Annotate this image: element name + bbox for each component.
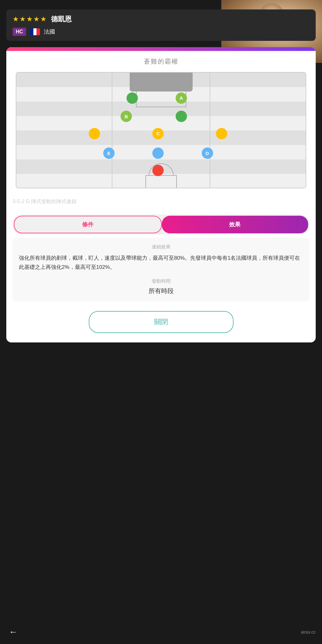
country-name: 法國 bbox=[44, 28, 55, 36]
tab-effects[interactable]: 效果 bbox=[162, 216, 308, 233]
formation-diagram: A B C E D bbox=[16, 72, 306, 188]
modal-header-gradient bbox=[6, 47, 316, 51]
bottom-spacer bbox=[0, 342, 322, 412]
player-dot-green1 bbox=[127, 92, 138, 104]
tab-conditions[interactable]: 條件 bbox=[14, 216, 162, 233]
goal-area bbox=[145, 175, 177, 188]
trigger-section-title: 發動時間 bbox=[19, 278, 303, 284]
player-dot-blue-center bbox=[152, 147, 164, 159]
coach-card: ★★★★★ 德凱恩 HC 法國 bbox=[6, 9, 316, 41]
france-flag-icon bbox=[30, 28, 40, 35]
coach-name-row: ★★★★★ 德凱恩 bbox=[13, 14, 309, 24]
modal-title-section: 蒼雞的霸權 bbox=[6, 51, 316, 72]
effect-text: 強化所有球員的剷球，截球，盯人，速度以及帶球能力，最高可至80%。先發球員中每有… bbox=[19, 254, 303, 272]
player-dot-A: A bbox=[176, 92, 187, 104]
hc-badge: HC bbox=[13, 28, 26, 36]
player-dot-E: E bbox=[103, 147, 115, 159]
player-dot-green2 bbox=[176, 111, 187, 122]
player-dot-D: D bbox=[202, 147, 213, 159]
bottom-bar: ← airav.cc bbox=[0, 620, 322, 644]
effect-section-title: 連鎖效果 bbox=[19, 244, 303, 250]
close-button[interactable]: 關閉 bbox=[89, 311, 234, 333]
coach-info-row: HC 法國 bbox=[13, 28, 309, 36]
close-button-area: 關閉 bbox=[6, 302, 316, 342]
player-dot-GK bbox=[152, 165, 164, 176]
coach-stars: ★★★★★ bbox=[13, 15, 47, 23]
tabs-container: 條件 效果 bbox=[13, 214, 309, 235]
trigger-value: 所有時段 bbox=[19, 287, 303, 295]
field-top-goal-area bbox=[130, 73, 193, 92]
field-col-line-right bbox=[210, 73, 210, 188]
player-dot-yellow1 bbox=[89, 128, 100, 139]
player-dot-C: C bbox=[152, 128, 164, 139]
field-col-line-left bbox=[112, 73, 112, 188]
player-dot-yellow2 bbox=[216, 128, 227, 139]
watermark: airav.cc bbox=[301, 630, 316, 635]
player-dot-B: B bbox=[121, 111, 132, 122]
formation-label: 3-5-2 G 陣式發動的陣式連鎖 bbox=[6, 195, 316, 211]
effect-content: 連鎖效果 強化所有球員的剷球，截球，盯人，速度以及帶球能力，最高可至80%。先發… bbox=[13, 238, 309, 302]
modal-title: 蒼雞的霸權 bbox=[13, 57, 309, 66]
back-button[interactable]: ← bbox=[6, 625, 20, 639]
field: A B C E D bbox=[16, 73, 306, 188]
main-modal: 蒼雞的霸權 A B bbox=[6, 47, 316, 342]
coach-name: 德凱恩 bbox=[51, 14, 72, 24]
